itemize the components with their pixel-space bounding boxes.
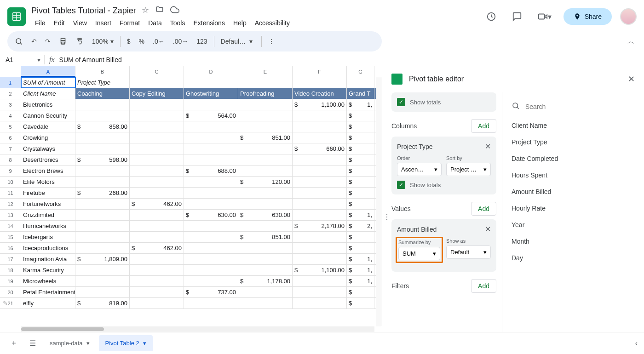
- row-header[interactable]: 3: [0, 99, 21, 110]
- cell[interactable]: [130, 210, 184, 220]
- col-header-a[interactable]: A: [21, 66, 75, 77]
- meet-icon[interactable]: ▾: [534, 8, 555, 25]
- undo-icon[interactable]: ↶: [28, 35, 40, 48]
- cell[interactable]: $737.00: [184, 287, 238, 297]
- cell[interactable]: [130, 298, 184, 308]
- percent-icon[interactable]: %: [135, 35, 148, 48]
- cell[interactable]: [238, 199, 293, 209]
- add-sheet-icon[interactable]: ＋: [6, 334, 22, 353]
- cell[interactable]: [75, 166, 130, 176]
- cell[interactable]: [75, 243, 130, 253]
- cell[interactable]: [293, 254, 347, 264]
- select-all-corner[interactable]: [0, 66, 21, 77]
- row-header[interactable]: 1: [0, 77, 21, 88]
- comment-icon[interactable]: [508, 8, 526, 25]
- cell[interactable]: [75, 232, 130, 242]
- currency-icon[interactable]: $: [123, 35, 134, 48]
- menu-file[interactable]: File: [31, 17, 49, 29]
- more-icon[interactable]: ⋮: [264, 35, 278, 48]
- col-header-c[interactable]: C: [130, 66, 184, 77]
- cell[interactable]: [293, 154, 347, 165]
- row-header[interactable]: 12: [0, 199, 21, 209]
- cell[interactable]: [184, 232, 238, 242]
- cell[interactable]: ✎elfly: [21, 298, 75, 308]
- cell[interactable]: [184, 254, 238, 264]
- cell[interactable]: [130, 276, 184, 286]
- row-header[interactable]: 4: [0, 110, 21, 121]
- cell[interactable]: [184, 132, 238, 143]
- add-value-button[interactable]: Add: [471, 202, 496, 216]
- cell[interactable]: [238, 298, 293, 308]
- cell[interactable]: Grizzlimited: [21, 210, 75, 220]
- cell[interactable]: [184, 154, 238, 165]
- cell-a1[interactable]: SUM of Amount: [21, 77, 75, 88]
- cell[interactable]: [238, 243, 293, 253]
- cell[interactable]: [184, 188, 238, 198]
- cell[interactable]: [75, 99, 130, 110]
- close-icon[interactable]: ✕: [628, 74, 635, 84]
- cell[interactable]: [130, 99, 184, 110]
- row-header[interactable]: 10: [0, 177, 21, 187]
- star-icon[interactable]: ☆: [142, 5, 149, 17]
- cell[interactable]: $819.00: [75, 298, 130, 308]
- redo-icon[interactable]: ↷: [41, 35, 54, 48]
- cell[interactable]: [130, 121, 184, 132]
- field-search-input[interactable]: [525, 103, 635, 110]
- cell[interactable]: [75, 210, 130, 220]
- sortby-select[interactable]: Project …▾: [446, 163, 491, 176]
- field-item[interactable]: Date Completed: [502, 150, 644, 167]
- cell[interactable]: $: [347, 199, 374, 209]
- cell[interactable]: [130, 232, 184, 242]
- cell[interactable]: [75, 287, 130, 297]
- zoom-select[interactable]: 100% ▾: [88, 38, 117, 45]
- cell[interactable]: [130, 188, 184, 198]
- decrease-decimal-icon[interactable]: .0←: [149, 35, 168, 48]
- field-item[interactable]: Year: [502, 217, 644, 233]
- menu-help[interactable]: Help: [230, 17, 250, 29]
- cell[interactable]: $: [347, 154, 374, 165]
- cell[interactable]: $462.00: [130, 199, 184, 209]
- increase-decimal-icon[interactable]: .00→: [169, 35, 192, 48]
- numfmt-icon[interactable]: 123: [193, 35, 211, 48]
- history-icon[interactable]: [483, 8, 500, 25]
- cell[interactable]: $: [347, 287, 374, 297]
- row-header[interactable]: 13: [0, 210, 21, 220]
- cell[interactable]: [238, 121, 293, 132]
- cell[interactable]: $1,: [347, 210, 374, 220]
- row-header[interactable]: 2: [0, 88, 21, 99]
- cell[interactable]: [238, 166, 293, 176]
- col-header-e[interactable]: E: [238, 66, 293, 77]
- row-header[interactable]: 17: [0, 254, 21, 264]
- cell[interactable]: Crowking: [21, 132, 75, 143]
- paint-format-icon[interactable]: [72, 34, 87, 48]
- cell[interactable]: [75, 265, 130, 275]
- cell[interactable]: [293, 243, 347, 253]
- cell[interactable]: $1,100.00: [293, 99, 347, 110]
- row-header[interactable]: 18: [0, 265, 21, 275]
- avatar[interactable]: [620, 8, 637, 25]
- cell[interactable]: $2,178.00: [293, 221, 347, 231]
- cell[interactable]: Client Name: [21, 88, 75, 99]
- order-select[interactable]: Ascen…▾: [397, 163, 442, 176]
- cell[interactable]: [130, 154, 184, 165]
- menu-edit[interactable]: Edit: [50, 17, 69, 29]
- name-box[interactable]: A1▾: [2, 55, 44, 64]
- cell[interactable]: $120.00: [238, 177, 293, 187]
- cell[interactable]: $: [347, 132, 374, 143]
- cell[interactable]: [293, 232, 347, 242]
- cell[interactable]: Bluetronics: [21, 99, 75, 110]
- row-header[interactable]: 5: [0, 121, 21, 132]
- cell[interactable]: $1,: [347, 254, 374, 264]
- cell[interactable]: [293, 210, 347, 220]
- col-header-b[interactable]: B: [75, 66, 130, 77]
- all-sheets-icon[interactable]: ☰: [25, 334, 40, 352]
- cell[interactable]: [75, 177, 130, 187]
- cell[interactable]: $: [347, 121, 374, 132]
- cell[interactable]: $630.00: [238, 210, 293, 220]
- cell[interactable]: Karma Security: [21, 265, 75, 275]
- cell[interactable]: [130, 221, 184, 231]
- share-button[interactable]: Share: [564, 8, 612, 25]
- cell[interactable]: $851.00: [238, 132, 293, 143]
- cell[interactable]: Cannon Security: [21, 110, 75, 121]
- row-header[interactable]: 14: [0, 221, 21, 231]
